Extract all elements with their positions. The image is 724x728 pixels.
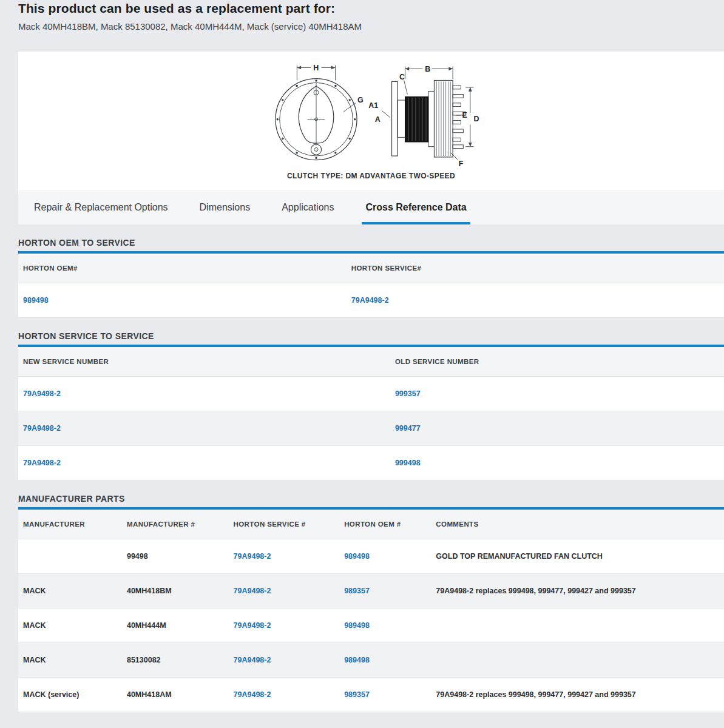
dim-label-G: G — [357, 96, 364, 104]
horton-service-link[interactable]: 79A9498-2 — [234, 552, 271, 561]
horton-service-link[interactable]: 79A9498-2 — [234, 656, 271, 664]
tab-cross-reference-data[interactable]: Cross Reference Data — [350, 190, 482, 224]
horton-service-link[interactable]: 79A9498-2 — [234, 621, 271, 630]
horton-oem-link[interactable]: 989498 — [344, 656, 370, 664]
column-header-manufacturer: MANUFACTURER — [18, 510, 122, 539]
dim-label-C: C — [399, 73, 404, 81]
comments-cell: 79A9498-2 replaces 999498, 999477, 99942… — [431, 678, 724, 712]
old-service-link[interactable]: 999357 — [395, 389, 421, 398]
tab-repair-replacement-options[interactable]: Repair & Replacement Options — [18, 190, 184, 224]
dim-label-F: F — [458, 160, 463, 168]
column-header-horton-service: HORTON SERVICE # — [229, 510, 340, 539]
manufacturer-cell: MACK (service) — [18, 678, 122, 712]
table-row: 79A9498-2 999357 — [18, 377, 724, 411]
column-header-horton-service: HORTON SERVICE# — [347, 254, 724, 283]
table-row: MACK 40MH444M 79A9498-2 989498 — [18, 608, 724, 643]
dim-label-E: E — [462, 111, 467, 120]
manufacturer-number-cell: 99498 — [122, 539, 229, 574]
oem-number-link[interactable]: 989498 — [23, 296, 49, 305]
oem-to-service-table: HORTON OEM# HORTON SERVICE# 989498 79A94… — [18, 254, 724, 318]
column-header-comments: COMMENTS — [431, 510, 724, 539]
table-header-row: HORTON OEM# HORTON SERVICE# — [18, 254, 724, 283]
dim-label-B: B — [425, 65, 430, 73]
section-title-manufacturer-parts: MANUFACTURER PARTS — [18, 494, 724, 504]
clutch-type-caption: CLUTCH TYPE: DM ADVANTAGE TWO-SPEED — [287, 172, 455, 180]
comments-cell: GOLD TOP REMANUFACTURED FAN CLUTCH — [431, 539, 724, 574]
manufacturer-cell: MACK — [18, 574, 122, 608]
dim-label-A: A — [374, 115, 380, 124]
dim-label-A1: A1 — [368, 101, 378, 110]
horton-service-link[interactable]: 79A9498-2 — [234, 587, 271, 595]
horton-service-link[interactable]: 79A9498-2 — [234, 690, 271, 699]
old-service-link[interactable]: 999477 — [395, 424, 421, 433]
column-header-manufacturer-number: MANUFACTURER # — [122, 510, 229, 539]
old-service-link[interactable]: 999498 — [395, 459, 421, 467]
manufacturer-parts-table: MANUFACTURER MANUFACTURER # HORTON SERVI… — [18, 510, 724, 712]
tab-bar: Repair & Replacement Options Dimensions … — [18, 190, 724, 224]
service-to-service-table: NEW SERVICE NUMBER OLD SERVICE NUMBER 79… — [18, 347, 724, 480]
column-header-new-service: NEW SERVICE NUMBER — [18, 347, 390, 377]
comments-cell — [431, 643, 724, 678]
column-header-old-service: OLD SERVICE NUMBER — [390, 347, 724, 377]
new-service-link[interactable]: 79A9498-2 — [23, 459, 61, 467]
table-header-row: NEW SERVICE NUMBER OLD SERVICE NUMBER — [18, 347, 724, 377]
page: This product can be used as a replacemen… — [18, 1, 724, 712]
column-header-horton-oem: HORTON OEM# — [18, 254, 347, 283]
comments-cell — [431, 608, 724, 643]
tab-applications[interactable]: Applications — [266, 190, 350, 224]
new-service-link[interactable]: 79A9498-2 — [23, 389, 61, 398]
manufacturer-cell: MACK — [18, 608, 122, 643]
table-row: MACK 40MH418BM 79A9498-2 989357 79A9498-… — [18, 574, 724, 608]
fan-clutch-technical-drawing: H G A1 A B C D E F — [256, 59, 487, 170]
horton-oem-link[interactable]: 989498 — [344, 621, 370, 630]
table-header-row: MANUFACTURER MANUFACTURER # HORTON SERVI… — [18, 510, 724, 539]
tab-dimensions[interactable]: Dimensions — [184, 190, 266, 224]
table-row: 79A9498-2 999477 — [18, 411, 724, 446]
table-row: 989498 79A9498-2 — [18, 283, 724, 318]
page-title: This product can be used as a replacemen… — [18, 1, 724, 16]
section-title-oem-to-service: HORTON OEM TO SERVICE — [18, 238, 724, 248]
horton-oem-link[interactable]: 989357 — [344, 587, 370, 595]
dim-label-H: H — [313, 64, 319, 72]
dim-label-D: D — [473, 115, 479, 123]
table-row: MACK 85130082 79A9498-2 989498 — [18, 643, 724, 678]
manufacturer-cell — [18, 539, 122, 574]
table-row: 79A9498-2 999498 — [18, 446, 724, 480]
manufacturer-cell: MACK — [18, 643, 122, 678]
page-subtitle: Mack 40MH418BM, Mack 85130082, Mack 40MH… — [18, 21, 724, 32]
product-diagram-card: H G A1 A B C D E F CLUTCH TYPE: DM ADVAN… — [18, 52, 724, 190]
manufacturer-number-cell: 40MH418AM — [122, 678, 229, 712]
product-diagram: H G A1 A B C D E F — [256, 58, 487, 172]
horton-oem-link[interactable]: 989357 — [344, 690, 370, 699]
service-number-link[interactable]: 79A9498-2 — [351, 296, 389, 305]
table-row: 99498 79A9498-2 989498 GOLD TOP REMANUFA… — [18, 539, 724, 574]
horton-oem-link[interactable]: 989498 — [344, 552, 370, 561]
new-service-link[interactable]: 79A9498-2 — [23, 424, 61, 433]
column-header-horton-oem: HORTON OEM # — [339, 510, 431, 539]
section-title-service-to-service: HORTON SERVICE TO SERVICE — [18, 331, 724, 341]
manufacturer-number-cell: 40MH418BM — [122, 574, 229, 608]
table-row: MACK (service) 40MH418AM 79A9498-2 98935… — [18, 678, 724, 712]
manufacturer-number-cell: 40MH444M — [122, 608, 229, 643]
comments-cell: 79A9498-2 replaces 999498, 999477, 99942… — [431, 574, 724, 608]
manufacturer-number-cell: 85130082 — [122, 643, 229, 678]
